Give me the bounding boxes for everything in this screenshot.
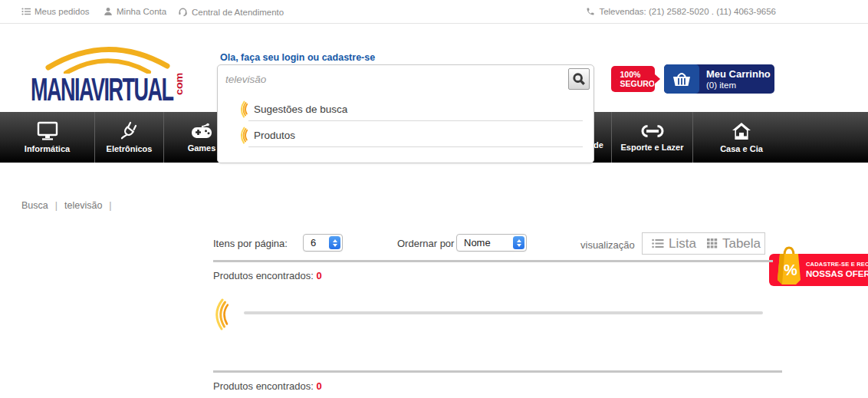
breadcrumb-busca[interactable]: Busca: [21, 200, 48, 211]
suggestion-group-produtos[interactable]: Produtos: [218, 124, 593, 146]
products-found-label: Produtos encontrados:: [213, 270, 314, 281]
suggestion-label: Sugestões de busca: [254, 104, 347, 115]
search-icon: [572, 72, 586, 86]
nav-label: Eletrônicos: [107, 144, 153, 153]
login-prompt[interactable]: Ola, faça seu login ou cadastre-se: [220, 52, 375, 63]
nav-item-eletronicos[interactable]: Eletrônicos: [94, 112, 163, 163]
view-label: visualização: [580, 239, 635, 251]
offer-line1: CADASTRE-SE E RECEBA: [806, 261, 868, 268]
suggestion-group-busca[interactable]: Sugestões de busca: [218, 98, 593, 120]
view-table-label: Tabela: [722, 236, 761, 252]
table-view-icon: [707, 238, 718, 248]
breadcrumb-televisao[interactable]: televisão: [64, 200, 102, 211]
search-suggestions: Sugestões de busca Produtos: [218, 98, 593, 147]
gamepad-icon: [189, 122, 214, 140]
page: Meus pedidos Minha Conta Central de Aten…: [0, 0, 868, 398]
breadcrumb-separator: |: [55, 200, 58, 211]
svg-text:%: %: [784, 261, 797, 278]
products-found-line: Produtos encontrados: 0: [213, 380, 322, 392]
logo-suffix: com: [174, 73, 184, 95]
phone-icon: [586, 7, 595, 16]
monitor-icon: [36, 121, 59, 141]
select-stepper-icon: [513, 236, 524, 249]
headset-icon: [178, 7, 188, 17]
loading-arcs-icon: [209, 298, 229, 331]
secure-line2: SEGURO: [620, 79, 655, 88]
nav-item-casa-e-cia[interactable]: Casa e Cia: [692, 112, 790, 163]
nav-item-esporte-e-lazer[interactable]: Esporte e Lazer: [611, 112, 692, 163]
secure-badge: 100% SEGURO: [611, 66, 655, 92]
logo-text: ManiaVirtual: [31, 72, 173, 109]
nav-label: Esporte e Lazer: [621, 143, 684, 152]
search-button[interactable]: [568, 68, 590, 90]
items-per-page-select[interactable]: 6: [303, 234, 343, 252]
view-table-button[interactable]: Tabela: [707, 236, 761, 252]
cart-count: (0) item: [706, 81, 774, 90]
house-icon: [731, 121, 752, 141]
newsletter-offer-badge[interactable]: % CADASTRE-SE E RECEBA NOSSAS OFERTAS: [769, 254, 868, 286]
arcs-icon: [236, 100, 248, 118]
divider: [248, 120, 583, 121]
cart-button[interactable]: Meu Carrinho (0) item: [664, 64, 774, 94]
view-switcher: Lista Tabela: [642, 232, 765, 255]
nav-item-informatica[interactable]: Informática: [0, 112, 94, 163]
nav-label: Casa e Cia: [720, 144, 763, 153]
arcs-icon: [236, 127, 248, 144]
secure-line1: 100%: [620, 70, 655, 79]
search-input[interactable]: [218, 65, 593, 93]
sort-by-select[interactable]: Nome: [456, 234, 527, 252]
suggestion-label: Produtos: [254, 130, 295, 141]
logo-arcs-icon: [44, 38, 171, 74]
my-orders-label: Meus pedidos: [35, 7, 90, 16]
nav-item-partial-label[interactable]: de: [593, 140, 603, 150]
plug-icon: [120, 121, 140, 141]
search-panel: Sugestões de busca Produtos: [217, 64, 594, 163]
support-label: Central de Atendimento: [192, 8, 284, 17]
cart-icon-box: [664, 64, 699, 94]
televendas-label: Televendas: (21) 2582-5020 . (11) 4063-9…: [599, 7, 776, 16]
items-per-page-value: 6: [311, 237, 316, 248]
products-found-line: Produtos encontrados: 0: [213, 270, 322, 281]
nav-label: Games: [188, 143, 216, 153]
user-icon: [104, 7, 113, 16]
divider: [248, 146, 583, 147]
my-account-label: Minha Conta: [117, 7, 166, 16]
percent-bag-icon: %: [774, 245, 804, 288]
sort-by-value: Nome: [464, 237, 491, 248]
sort-by-label: Ordernar por: [397, 238, 454, 249]
products-found-count: 0: [316, 380, 321, 392]
list-view-icon: [652, 238, 664, 248]
logo[interactable]: ManiaVirtual com: [31, 38, 184, 107]
televendas-info: Televendas: (21) 2582-5020 . (11) 4063-9…: [586, 7, 776, 16]
basket-icon: [672, 71, 692, 87]
empty-results-track: [244, 311, 763, 314]
breadcrumb: Busca | televisão |: [21, 200, 112, 211]
view-list-label: Lista: [669, 236, 696, 252]
select-stepper-icon: [329, 236, 340, 249]
products-found-label: Produtos encontrados:: [213, 380, 314, 392]
breadcrumb-separator: |: [109, 200, 111, 211]
top-bar: Meus pedidos Minha Conta Central de Aten…: [0, 0, 868, 24]
offer-line2: NOSSAS OFERTAS: [806, 268, 868, 279]
products-found-count: 0: [316, 270, 321, 281]
my-account-link[interactable]: Minha Conta: [104, 7, 166, 16]
nav-label: Informática: [25, 144, 70, 153]
items-per-page-label: Itens por página:: [213, 238, 288, 249]
my-orders-link[interactable]: Meus pedidos: [21, 7, 90, 16]
cart-title: Meu Carrinho: [706, 68, 774, 80]
orders-list-icon: [21, 7, 31, 16]
dumbbell-icon: [639, 123, 666, 140]
support-link[interactable]: Central de Atendimento: [178, 7, 284, 17]
divider: [213, 370, 782, 373]
divider: [213, 260, 773, 262]
view-list-button[interactable]: Lista: [652, 236, 696, 252]
